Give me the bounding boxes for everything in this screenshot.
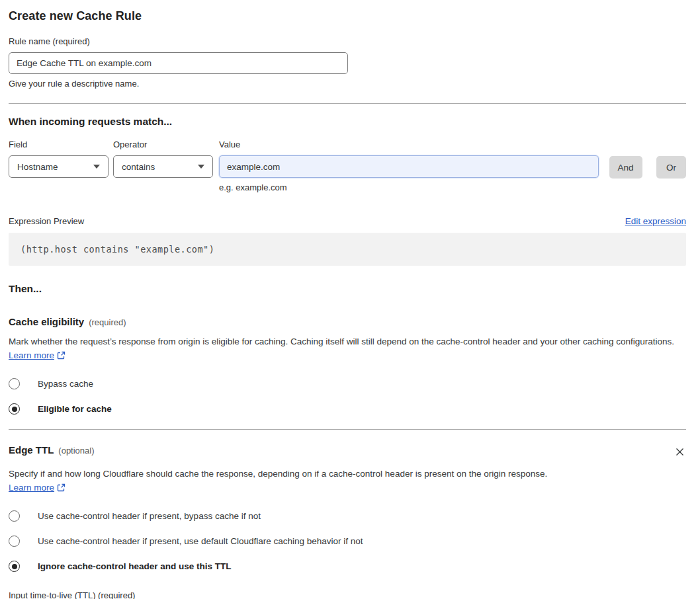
close-icon[interactable] [674,446,686,460]
cache-eligibility-header: Cache eligibility (required) [9,316,686,327]
edge-ttl-qualifier: (optional) [58,446,94,456]
field-select-value: Hostname [17,162,58,172]
ttl-label: Input time-to-live (TTL) (required) [9,590,686,599]
create-cache-rule-form: Create new Cache Rule Rule name (require… [0,0,700,599]
rule-name-label: Rule name (required) [9,36,686,46]
cache-eligibility-qualifier: (required) [89,317,126,327]
radio-icon-checked [9,561,20,572]
value-label: Value [219,140,599,149]
radio-option-ignore-header-ttl[interactable]: Ignore cache-control header and use this… [9,561,686,572]
value-input[interactable] [219,155,599,178]
page-title: Create new Cache Rule [9,9,686,23]
or-button[interactable]: Or [656,156,686,179]
radio-option-use-header-default[interactable]: Use cache-control header if present, use… [9,536,686,547]
radio-option-eligible-for-cache[interactable]: Eligible for cache [9,403,686,415]
match-section-heading: When incoming requests match... [9,116,686,128]
section-divider [9,103,686,104]
and-button[interactable]: And [609,156,642,179]
field-column: Field Hostname [9,140,109,178]
chevron-down-icon [93,165,100,169]
expression-preview-header: Expression Preview Edit expression [9,216,686,226]
radio-icon [9,510,20,522]
cache-eligibility-learn-more-link[interactable]: Learn more [9,350,54,360]
field-label: Field [9,140,109,149]
radio-option-label: Bypass cache [38,379,93,389]
radio-icon [9,536,20,547]
rule-name-input[interactable] [9,52,348,74]
edge-ttl-learn-more-link[interactable]: Learn more [9,483,54,493]
radio-option-bypass-cache[interactable]: Bypass cache [9,378,686,389]
edge-ttl-title: Edge TTL [9,444,54,456]
cache-eligibility-description: Mark whether the request’s response from… [9,335,686,364]
radio-icon-checked [9,403,20,415]
rule-name-help: Give your rule a descriptive name. [9,79,686,89]
chevron-down-icon [198,165,204,169]
edge-ttl-title-row: Edge TTL (optional) [9,444,95,456]
radio-option-label: Eligible for cache [38,404,112,414]
radio-option-use-header-bypass[interactable]: Use cache-control header if present, byp… [9,510,686,522]
then-heading: Then... [9,283,686,295]
expression-preview-code: (http.host contains "example.com") [9,233,686,266]
edge-ttl-header: Edge TTL (optional) [9,444,686,460]
rule-name-group: Rule name (required) Give your rule a de… [9,36,686,89]
radio-option-label: Use cache-control header if present, byp… [38,511,261,521]
edit-expression-link[interactable]: Edit expression [625,216,686,226]
field-select[interactable]: Hostname [9,155,109,178]
section-divider [9,429,686,430]
value-help: e.g. example.com [219,182,599,192]
operator-select-value: contains [122,162,155,172]
operator-column: Operator contains [113,140,213,178]
cache-eligibility-title: Cache eligibility [9,316,84,327]
expression-preview-label: Expression Preview [9,216,84,226]
operator-select[interactable]: contains [113,155,213,178]
operator-label: Operator [113,140,213,149]
and-or-buttons: And Or [609,156,686,179]
radio-icon [9,378,20,389]
edge-ttl-description: Specify if and how long Cloudflare shoul… [9,467,563,496]
value-column: Value e.g. example.com [219,140,599,192]
edge-ttl-description-text: Specify if and how long Cloudflare shoul… [9,469,547,479]
radio-option-label: Use cache-control header if present, use… [38,536,363,546]
radio-option-label: Ignore cache-control header and use this… [38,561,232,571]
cache-eligibility-description-text: Mark whether the request’s response from… [9,337,674,346]
expression-builder-row: Field Hostname Operator contains Value e… [9,140,686,192]
external-link-icon [57,482,66,496]
external-link-icon [57,350,66,364]
